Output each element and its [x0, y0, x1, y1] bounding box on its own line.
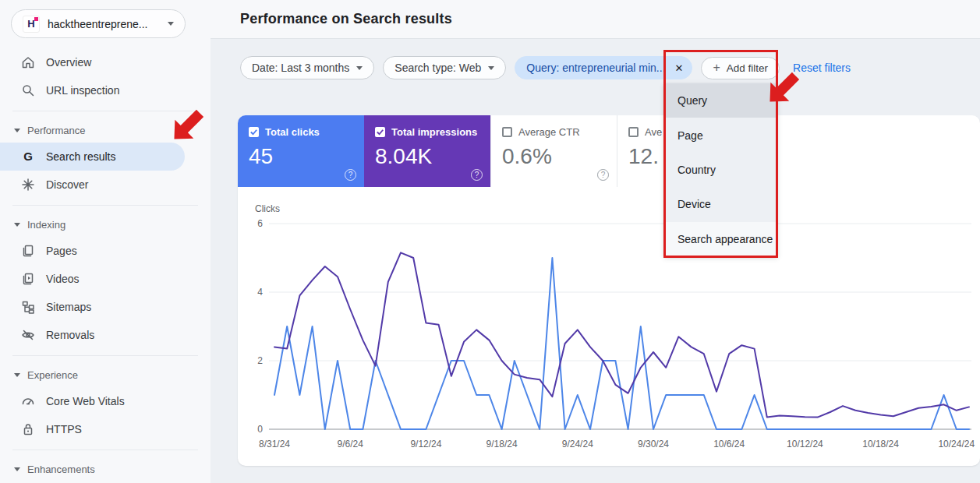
- sidebar-divider: [12, 355, 198, 356]
- sidebar-item-sitemaps[interactable]: Sitemaps: [0, 293, 211, 321]
- sidebar-item-label: Discover: [46, 178, 88, 191]
- chevron-down-icon: [168, 22, 174, 26]
- sidebar-item-videos[interactable]: Videos: [0, 265, 211, 293]
- query-filter-label: Query: entrepreneurial min...: [526, 62, 665, 74]
- sidebar-item-label: Videos: [46, 273, 80, 285]
- dropdown-item-search-appearance[interactable]: Search appearance: [664, 222, 777, 256]
- sidebar-item-label: Sitemaps: [46, 301, 91, 313]
- chevron-down-icon: [488, 66, 494, 70]
- sidebar-section-performance[interactable]: Performance: [0, 118, 211, 143]
- help-icon[interactable]: ?: [471, 169, 483, 181]
- search-icon: [20, 83, 36, 98]
- sitemaps-icon: [20, 299, 36, 315]
- svg-text:0: 0: [257, 424, 263, 435]
- sidebar-item-label: HTTPS: [46, 423, 82, 435]
- asterisk-icon: [20, 177, 36, 192]
- svg-text:10/12/24: 10/12/24: [787, 439, 823, 450]
- pages-icon: [20, 243, 36, 259]
- metric-value: 8.04K: [375, 144, 481, 169]
- main-content: Performance on Search results Date: Last…: [211, 0, 980, 483]
- section-label: Performance: [27, 125, 85, 136]
- dropdown-item-page[interactable]: Page: [664, 118, 777, 152]
- sidebar-item-overview[interactable]: Overview: [0, 48, 211, 76]
- eye-off-icon: [20, 327, 36, 343]
- sidebar-item-pages[interactable]: Pages: [0, 237, 211, 265]
- metric-value: 45: [249, 144, 355, 169]
- page-title: Performance on Search results: [240, 11, 452, 27]
- property-name: hacktheentreprene...: [48, 18, 160, 30]
- svg-text:10/6/24: 10/6/24: [713, 439, 745, 450]
- metric-card-average-ctr[interactable]: Average CTR 0.6% ?: [490, 115, 617, 187]
- lock-icon: [20, 421, 36, 437]
- checkbox-unchecked-icon[interactable]: [628, 127, 639, 137]
- chevron-down-icon: [14, 129, 20, 132]
- add-filter-button[interactable]: + Add filter: [701, 57, 780, 79]
- plus-icon: +: [713, 61, 720, 75]
- section-label: Experience: [27, 369, 78, 381]
- page-header: Performance on Search results: [211, 0, 980, 39]
- close-icon[interactable]: ✕: [675, 62, 684, 74]
- sidebar-item-search-results[interactable]: G Search results: [0, 143, 185, 171]
- filter-bar: Date: Last 3 months Search type: Web Que…: [240, 56, 980, 79]
- svg-text:6: 6: [257, 218, 263, 229]
- checkbox-checked-icon[interactable]: [249, 127, 259, 137]
- sidebar-item-label: Search results: [46, 150, 115, 163]
- metric-label: Total clicks: [265, 126, 320, 138]
- search-type-filter-chip[interactable]: Search type: Web: [383, 56, 506, 79]
- sidebar-section-indexing[interactable]: Indexing: [0, 212, 211, 237]
- add-filter-label: Add filter: [727, 62, 768, 74]
- checkbox-unchecked-icon[interactable]: [502, 127, 512, 137]
- svg-text:9/12/24: 9/12/24: [410, 439, 441, 450]
- sidebar-item-label: Core Web Vitals: [46, 395, 125, 407]
- sidebar-item-label: URL inspection: [46, 84, 119, 97]
- chevron-down-icon: [14, 373, 20, 377]
- property-logo-icon: H: [23, 16, 40, 33]
- metric-card-total-impressions[interactable]: Total impressions 8.04K ?: [364, 115, 490, 187]
- add-filter-dropdown: Query Page Country Device Search appeara…: [664, 83, 777, 256]
- sidebar-item-discover[interactable]: Discover: [0, 171, 211, 199]
- videos-icon: [20, 271, 36, 287]
- reset-filters-link[interactable]: Reset filters: [793, 62, 851, 74]
- sidebar-item-https[interactable]: HTTPS: [0, 415, 211, 443]
- svg-text:9/6/24: 9/6/24: [338, 439, 364, 450]
- metric-card-total-clicks[interactable]: Total clicks 45 ?: [238, 115, 364, 187]
- sidebar-item-removals[interactable]: Removals: [0, 321, 211, 349]
- sidebar-section-enhancements[interactable]: Enhancements: [0, 457, 211, 481]
- svg-text:9/24/24: 9/24/24: [562, 439, 593, 450]
- svg-text:Clicks: Clicks: [255, 203, 280, 214]
- chevron-down-icon: [356, 66, 363, 70]
- dropdown-item-query[interactable]: Query: [664, 83, 777, 118]
- sidebar-divider: [12, 450, 198, 450]
- sidebar: H hacktheentreprene... Overview URL insp…: [0, 0, 211, 483]
- date-filter-chip[interactable]: Date: Last 3 months: [240, 56, 374, 79]
- sidebar-nav: Overview URL inspection Performance G Se…: [0, 38, 211, 481]
- svg-text:9/18/24: 9/18/24: [486, 439, 518, 450]
- svg-text:2: 2: [257, 355, 263, 366]
- metric-label: Ave: [645, 126, 662, 138]
- performance-panel: Total clicks 45 ? Total impressions 8.04…: [238, 115, 980, 466]
- query-filter-chip[interactable]: Query: entrepreneurial min... ✕: [515, 56, 692, 79]
- speedometer-icon: [20, 393, 36, 409]
- sidebar-divider: [12, 111, 198, 111]
- chevron-down-icon: [14, 223, 20, 227]
- help-icon[interactable]: ?: [345, 169, 356, 181]
- help-icon[interactable]: ?: [597, 169, 609, 181]
- sidebar-item-core-web-vitals[interactable]: Core Web Vitals: [0, 387, 211, 415]
- chevron-down-icon: [14, 467, 20, 471]
- search-type-filter-label: Search type: Web: [394, 62, 481, 74]
- sidebar-section-experience[interactable]: Experience: [0, 362, 211, 387]
- sidebar-item-label: Removals: [46, 329, 94, 341]
- svg-text:8/31/24: 8/31/24: [259, 439, 290, 450]
- sidebar-item-url-inspection[interactable]: URL inspection: [0, 76, 211, 104]
- dropdown-item-device[interactable]: Device: [664, 187, 777, 221]
- svg-text:4: 4: [257, 287, 263, 298]
- checkbox-checked-icon[interactable]: [375, 127, 385, 137]
- svg-text:10/24/24: 10/24/24: [938, 439, 975, 450]
- dropdown-item-country[interactable]: Country: [664, 153, 777, 187]
- metric-label: Total impressions: [391, 126, 477, 138]
- sidebar-item-label: Pages: [46, 245, 77, 257]
- metric-cards: Total clicks 45 ? Total impressions 8.04…: [238, 115, 980, 187]
- svg-text:9/30/24: 9/30/24: [638, 439, 669, 450]
- property-selector[interactable]: H hacktheentreprene...: [11, 9, 186, 38]
- sidebar-item-label: Overview: [46, 56, 91, 69]
